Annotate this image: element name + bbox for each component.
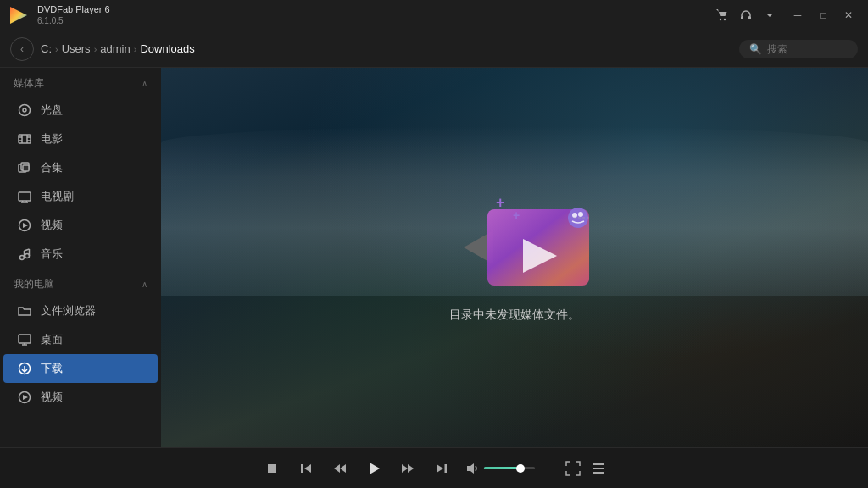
play-button[interactable]: [364, 458, 384, 479]
back-icon: ‹: [20, 43, 24, 55]
playlist-button[interactable]: [591, 461, 606, 476]
svg-point-2: [724, 19, 726, 20]
app-logo: [7, 3, 31, 27]
app-name: DVDFab Player 6: [37, 4, 110, 15]
folder-icon: [17, 303, 32, 319]
main-content: 媒体库 ∧ 光盘: [0, 68, 868, 447]
svg-rect-7: [19, 135, 31, 143]
svg-marker-45: [304, 464, 311, 473]
disc-icon: [17, 103, 32, 118]
breadcrumb-sep-2: ›: [94, 44, 97, 54]
breadcrumb-users[interactable]: Users: [62, 42, 91, 55]
sidebar: 媒体库 ∧ 光盘: [0, 68, 161, 447]
svg-point-6: [23, 108, 26, 112]
search-input[interactable]: [767, 43, 852, 55]
stop-button[interactable]: [262, 458, 282, 479]
empty-message: 目录中未发现媒体文件。: [449, 308, 580, 323]
fullscreen-button[interactable]: [565, 461, 581, 476]
player-bar: [0, 447, 868, 488]
volume-control: [465, 462, 535, 475]
desktop-label: 桌面: [41, 332, 63, 347]
cart-icon[interactable]: [714, 7, 731, 24]
svg-marker-0: [10, 7, 27, 24]
empty-icon: + +: [447, 192, 582, 294]
media-library-header: 媒体库 ∧: [0, 68, 161, 96]
volume-fill: [484, 467, 517, 469]
media-library-chevron[interactable]: ∧: [142, 79, 147, 88]
window-controls: ─ □ ✕: [785, 3, 861, 28]
sidebar-item-music[interactable]: 音乐: [3, 240, 158, 269]
disc-label: 光盘: [41, 103, 63, 118]
sidebar-item-tv[interactable]: 电视剧: [3, 182, 158, 211]
desktop-icon: [17, 332, 32, 347]
back-button[interactable]: ‹: [10, 37, 34, 61]
svg-point-42: [578, 212, 583, 217]
dropdown-icon[interactable]: [761, 7, 778, 24]
minimize-button[interactable]: ─: [785, 3, 810, 28]
forward-button[interactable]: [398, 458, 418, 479]
video-label: 视频: [41, 218, 63, 233]
filebrowser-label: 文件浏览器: [41, 303, 96, 319]
svg-rect-17: [19, 192, 31, 201]
rewind-button[interactable]: [330, 458, 350, 479]
navbar: ‹ C: › Users › admin › Downloads 🔍: [0, 30, 868, 68]
sidebar-item-desktop[interactable]: 桌面: [3, 325, 158, 354]
sidebar-item-collection[interactable]: 合集: [3, 153, 158, 182]
svg-rect-4: [748, 16, 751, 19]
downloads-label: 下载: [41, 361, 63, 376]
collection-label: 合集: [41, 160, 63, 175]
music-icon: [17, 247, 32, 262]
prev-track-button[interactable]: [296, 458, 316, 479]
sidebar-item-downloads[interactable]: 下载: [3, 354, 158, 383]
svg-marker-52: [437, 464, 443, 473]
svg-rect-46: [301, 464, 303, 473]
titlebar-icons: [714, 7, 778, 24]
movie-label: 电影: [41, 131, 63, 147]
video2-label: 视频: [41, 390, 63, 405]
titlebar: DVDFab Player 6 6.1.0.5 ─ □ ✕: [0, 0, 868, 30]
breadcrumb-c-drive[interactable]: C:: [41, 42, 52, 55]
media-library-label: 媒体库: [14, 76, 44, 91]
svg-rect-56: [593, 468, 604, 469]
headset-icon[interactable]: [737, 7, 754, 24]
next-track-button[interactable]: [431, 458, 452, 479]
svg-rect-16: [23, 165, 29, 171]
svg-marker-51: [408, 464, 414, 473]
collection-icon: [17, 160, 32, 175]
sidebar-item-video[interactable]: 视频: [3, 211, 158, 240]
svg-text:+: +: [513, 208, 520, 222]
svg-marker-50: [402, 464, 408, 473]
svg-rect-57: [593, 472, 604, 474]
tv-icon: [17, 189, 32, 204]
my-computer-chevron[interactable]: ∧: [142, 280, 147, 289]
volume-icon[interactable]: [465, 462, 479, 475]
sidebar-item-movie[interactable]: 电影: [3, 125, 158, 153]
volume-bar[interactable]: [484, 467, 535, 469]
svg-marker-48: [340, 464, 346, 473]
svg-marker-54: [467, 463, 474, 474]
my-computer-header: 我的电脑 ∧: [0, 269, 161, 297]
breadcrumb-sep-3: ›: [134, 44, 137, 54]
svg-rect-53: [445, 464, 448, 473]
svg-point-5: [19, 105, 31, 116]
svg-line-27: [25, 249, 30, 251]
breadcrumb-downloads[interactable]: Downloads: [140, 42, 194, 55]
video-icon: [17, 218, 32, 233]
volume-knob[interactable]: [516, 464, 525, 473]
sidebar-item-filebrowser[interactable]: 文件浏览器: [3, 297, 158, 325]
sidebar-item-video2[interactable]: 视频: [3, 383, 158, 412]
content-area: + +: [161, 68, 868, 447]
sidebar-item-disc[interactable]: 光盘: [3, 96, 158, 125]
search-icon: 🔍: [749, 43, 762, 55]
close-button[interactable]: ✕: [836, 3, 861, 28]
app-version: 6.1.0.5: [37, 16, 110, 26]
svg-point-1: [720, 19, 721, 20]
app-info: DVDFab Player 6 6.1.0.5: [37, 4, 110, 25]
svg-point-41: [572, 213, 577, 218]
player-right-controls: [565, 461, 606, 476]
breadcrumb-admin[interactable]: admin: [100, 42, 130, 55]
breadcrumb: C: › Users › admin › Downloads: [41, 42, 732, 55]
svg-marker-47: [334, 464, 340, 473]
my-computer-label: 我的电脑: [14, 277, 54, 291]
maximize-button[interactable]: □: [810, 3, 836, 28]
